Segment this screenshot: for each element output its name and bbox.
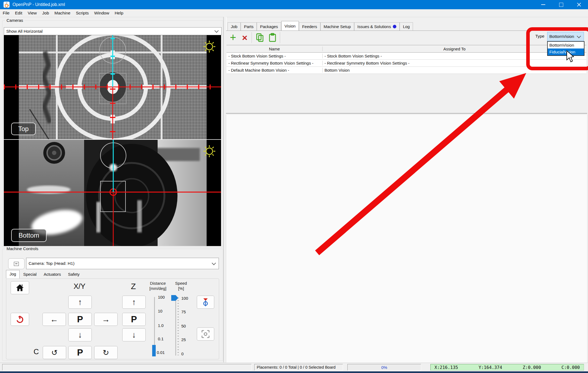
coordinate-y: Y:164.374 — [479, 365, 502, 370]
jog-z-up-button[interactable]: ↑ — [122, 296, 146, 309]
head-camera-selector[interactable]: Camera: Top (Head: H1) — [26, 258, 219, 269]
tab-machine-setup[interactable]: Machine Setup — [320, 22, 354, 31]
speed-tick-0: 0 — [181, 351, 183, 356]
main-tabs: Job Parts Packages Vision Feeders Machin… — [228, 22, 413, 31]
toolbar-separator — [252, 32, 252, 43]
collapse-button[interactable] — [8, 258, 24, 269]
distance-tick-100: 100 — [158, 295, 165, 299]
jog-c-position-button[interactable]: P — [68, 346, 92, 359]
openpnp-window: OpenPnP - Untitled.job.xml File Edit Vie… — [0, 0, 588, 373]
jog-c-cw-button[interactable]: ↻ — [94, 346, 118, 359]
jog-xy-left-button[interactable]: ← — [42, 313, 66, 326]
paste-icon — [269, 33, 276, 42]
progress-value: 0% — [381, 365, 387, 370]
jog-xy-position-button[interactable]: P — [68, 313, 92, 326]
distance-tick-01: 0.1 — [158, 336, 164, 341]
jog-c-ccw-button[interactable]: ↺ — [43, 346, 66, 359]
copy-button[interactable] — [255, 32, 265, 43]
capture-camera-position-button[interactable] — [197, 327, 214, 341]
menu-bar: File Edit View Job Machine Scripts Windo… — [0, 9, 588, 17]
tab-issues-solutions[interactable]: Issues & Solutions — [354, 22, 400, 31]
copy-icon — [256, 33, 264, 42]
tab-job[interactable]: Job — [228, 22, 241, 31]
distance-slider-handle[interactable] — [152, 345, 156, 356]
machine-coordinates: X:216.135 Y:164.374 Z:0.000 C:0.000 — [430, 364, 584, 371]
menu-help[interactable]: Help — [112, 11, 126, 16]
distance-slider-label: Distance[mm/deg] — [147, 281, 169, 291]
jog-z-position-button[interactable]: P — [122, 313, 146, 326]
jog-z-down-button[interactable]: ↓ — [122, 328, 146, 341]
position-nozzle-over-camera-button[interactable] — [197, 296, 214, 309]
tab-parts-label: Parts — [244, 24, 253, 29]
speed-slider-track[interactable] — [175, 297, 176, 356]
tab-actuators[interactable]: Actuators — [40, 270, 64, 278]
bottom-camera-view[interactable]: Bottom — [4, 140, 221, 246]
top-camera-view[interactable]: Top — [4, 35, 221, 139]
tab-jog[interactable]: Jog — [6, 270, 20, 278]
minimize-icon — [541, 4, 545, 5]
progress-bar: 0% — [347, 364, 421, 371]
tab-packages-label: Packages — [260, 24, 278, 29]
cell-name: - Default Machine Bottom Vision - — [226, 68, 323, 72]
toolbar-separator — [280, 32, 280, 43]
tab-job-label: Job — [231, 24, 237, 29]
menu-edit[interactable]: Edit — [12, 11, 25, 16]
menu-scripts[interactable]: Scripts — [73, 11, 91, 16]
xy-axis-label: X/Y — [63, 282, 96, 291]
tab-special[interactable]: Special — [20, 270, 40, 278]
speed-tick-75: 75 — [181, 310, 186, 314]
cell-name: - Stock Bottom Vision Settings - — [226, 54, 323, 58]
coordinate-c: C:0.000 — [562, 365, 580, 370]
speed-tick-25: 25 — [181, 337, 186, 342]
tab-vision[interactable]: Vision — [281, 21, 299, 31]
status-bar: Placements: 0 / 0 Total | 0 / 0 Selected… — [0, 363, 588, 372]
tab-safety[interactable]: Safety — [65, 270, 83, 278]
menu-machine[interactable]: Machine — [52, 11, 73, 16]
maximize-button[interactable] — [552, 0, 570, 9]
camera-view-selector[interactable]: Show All Horizontal — [4, 27, 222, 35]
menu-view[interactable]: View — [25, 11, 39, 16]
placements-status: Placements: 0 / 0 Total | 0 / 0 Selected… — [254, 364, 343, 371]
distance-tick-10: 10 — [158, 309, 163, 313]
tab-packages[interactable]: Packages — [257, 22, 281, 31]
tab-feeders-label: Feeders — [302, 24, 317, 29]
status-message-field — [2, 364, 252, 371]
column-header-name[interactable]: Name — [226, 47, 323, 51]
speed-slider-label: Speed[%] — [171, 281, 191, 291]
jog-xy-down-button[interactable]: ↓ — [68, 328, 92, 341]
svg-text:Bottom: Bottom — [19, 232, 39, 239]
home-button[interactable] — [11, 281, 29, 294]
top-camera-label: Top — [11, 123, 35, 135]
delete-button[interactable]: × — [240, 32, 249, 43]
close-icon — [577, 2, 581, 7]
jog-xy-right-button[interactable]: → — [94, 313, 118, 326]
annotation-highlight-box — [526, 27, 588, 70]
power-button[interactable] — [11, 313, 29, 326]
menu-file[interactable]: File — [0, 11, 12, 16]
camera-capture-icon — [201, 330, 210, 338]
window-title: OpenPnP - Untitled.job.xml — [13, 2, 65, 7]
head-camera-selector-value: Camera: Top (Head: H1) — [29, 261, 212, 266]
menu-window[interactable]: Window — [91, 11, 112, 16]
distance-tick-1: 1.0 — [158, 323, 164, 328]
tab-log[interactable]: Log — [400, 22, 413, 31]
chevron-down-icon — [215, 29, 219, 33]
window-bottom-edge — [0, 371, 588, 373]
tab-parts[interactable]: Parts — [241, 22, 257, 31]
java-app-icon — [3, 1, 10, 8]
cell-name: - Rectlinear Symmetry Bottom Vision Sett… — [226, 61, 323, 65]
close-button[interactable] — [570, 0, 588, 9]
bottom-camera-label: Bottom — [11, 229, 46, 242]
coordinate-x: X:216.135 — [434, 365, 458, 370]
tab-vision-label: Vision — [284, 24, 296, 28]
paste-button[interactable] — [267, 32, 278, 43]
add-button[interactable]: + — [228, 32, 238, 43]
tab-feeders[interactable]: Feeders — [299, 22, 320, 31]
minimize-button[interactable] — [534, 0, 552, 9]
jog-xy-up-button[interactable]: ↑ — [68, 296, 92, 309]
menu-job[interactable]: Job — [39, 11, 52, 16]
speed-slider-ticks — [177, 298, 179, 355]
power-icon — [16, 315, 24, 323]
issues-badge-dot — [393, 25, 396, 28]
distance-tick-001: 0.01 — [157, 350, 165, 355]
